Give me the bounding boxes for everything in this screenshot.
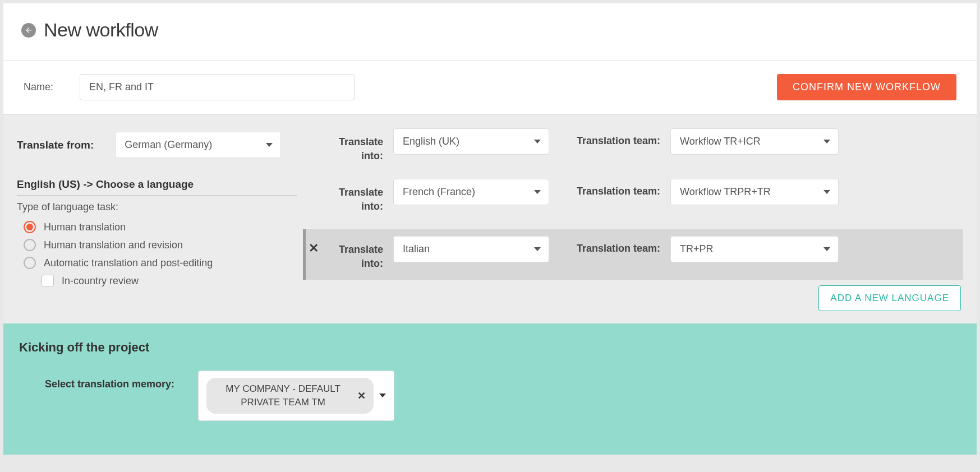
language-row-active[interactable]: Translate into: Italian Translation team… — [303, 229, 963, 280]
confirm-workflow-button[interactable]: CONFIRM NEW WORKFLOW — [777, 74, 956, 100]
translation-team-select[interactable]: Workflow TR+ICR — [670, 128, 839, 155]
translation-team-value: Workflow TRPR+TR — [680, 186, 771, 198]
chevron-down-icon — [534, 247, 541, 251]
kickoff-section: Kicking off the project Select translati… — [3, 323, 977, 455]
translate-from-label: Translate from: — [17, 139, 94, 151]
target-language-select[interactable]: English (UK) — [393, 128, 549, 155]
translation-team-select[interactable]: Workflow TRPR+TR — [670, 179, 839, 205]
task-type-human-translation[interactable]: Human translation — [24, 221, 297, 233]
radio-icon — [24, 257, 36, 269]
translation-team-label: Translation team: — [559, 236, 660, 254]
translation-team-label: Translation team: — [559, 128, 660, 147]
task-type-human-revision[interactable]: Human translation and revision — [24, 239, 297, 251]
arrow-left-icon — [25, 26, 33, 34]
chevron-down-icon — [266, 143, 273, 147]
translate-from-value: German (Germany) — [125, 139, 212, 151]
name-bar: Name: CONFIRM NEW WORKFLOW — [3, 61, 977, 115]
language-pair-header: English (US) -> Choose a language — [17, 178, 297, 196]
target-language-value: Italian — [403, 243, 430, 255]
translation-team-label: Translation team: — [559, 179, 660, 197]
checkbox-icon — [42, 275, 54, 287]
task-type-radio-group: Human translation Human translation and … — [24, 221, 297, 287]
chevron-down-icon — [823, 140, 830, 144]
target-language-select[interactable]: Italian — [393, 236, 549, 262]
remove-column: ✕ — [303, 132, 348, 311]
chevron-down-icon — [534, 140, 541, 144]
translation-team-value: Workflow TR+ICR — [680, 136, 761, 147]
language-row: Translate into: English (UK) Translation… — [303, 128, 963, 179]
translation-memory-label: Select translation memory: — [45, 371, 174, 390]
radio-icon — [24, 239, 36, 251]
target-language-value: English (UK) — [403, 136, 459, 147]
chevron-down-icon — [379, 394, 386, 397]
task-type-in-country-review[interactable]: In-country review — [42, 275, 297, 287]
translation-memory-select[interactable]: MY COMPANY - DEFAULT PRIVATE TEAM TM ✕ — [198, 371, 394, 421]
task-type-label: Type of language task: — [17, 201, 297, 213]
chevron-down-icon — [534, 190, 541, 194]
left-column: Translate from: German (Germany) English… — [17, 132, 303, 311]
language-rows: Translate into: English (UK) Translation… — [303, 128, 963, 311]
task-type-automatic[interactable]: Automatic translation and post-editing — [24, 257, 297, 269]
config-area: Translate from: German (Germany) English… — [3, 115, 977, 323]
radio-icon — [24, 221, 36, 233]
chevron-down-icon — [823, 247, 830, 251]
translation-memory-chip: MY COMPANY - DEFAULT PRIVATE TEAM TM ✕ — [206, 378, 374, 414]
language-row: Translate into: French (France) Translat… — [303, 179, 963, 229]
remove-language-button[interactable]: ✕ — [309, 241, 319, 256]
task-type-label-text: Human translation and revision — [44, 239, 183, 251]
task-type-label-text: Human translation — [44, 221, 126, 233]
task-type-label-text: In-country review — [62, 275, 139, 287]
target-language-select[interactable]: French (France) — [393, 179, 549, 205]
page-title: New workflow — [44, 19, 158, 41]
add-language-button[interactable]: ADD A NEW LANGUAGE — [818, 285, 961, 311]
workflow-name-input[interactable] — [80, 74, 355, 100]
translation-memory-value: MY COMPANY - DEFAULT PRIVATE TEAM TM — [214, 382, 352, 409]
name-label: Name: — [24, 81, 80, 93]
translation-team-select[interactable]: TR+PR — [670, 236, 839, 262]
translate-from-select[interactable]: German (Germany) — [115, 132, 281, 158]
remove-tm-button[interactable]: ✕ — [357, 390, 366, 402]
back-button[interactable] — [21, 23, 36, 38]
task-type-label-text: Automatic translation and post-editing — [44, 257, 213, 269]
page-header: New workflow — [3, 3, 977, 61]
translation-team-value: TR+PR — [680, 243, 714, 255]
kickoff-heading: Kicking off the project — [19, 340, 961, 355]
chevron-down-icon — [823, 190, 830, 194]
target-language-value: French (France) — [403, 186, 475, 198]
